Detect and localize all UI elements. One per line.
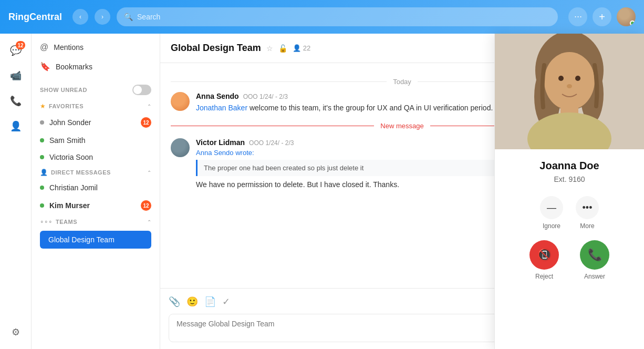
sidebar-item-christian[interactable]: Christian Jomil: [32, 179, 160, 196]
user-name-sam: Sam Smith: [49, 136, 151, 145]
svg-point-7: [558, 76, 564, 81]
favorites-chevron: ⌃: [147, 104, 151, 109]
reject-button[interactable]: 📵: [529, 240, 559, 270]
favorites-section-header[interactable]: ★ FAVORITES ⌃: [32, 99, 160, 113]
messages-badge: 12: [16, 41, 25, 49]
dm-icon: 👤: [40, 169, 48, 176]
more-label: More: [580, 222, 594, 230]
members-icon: 👤: [293, 44, 301, 52]
sidebar-item-global-design-team[interactable]: Global Design Team: [40, 231, 151, 249]
caller-photo-svg: [495, 34, 644, 149]
mention-jonathan[interactable]: Jonathan Baker: [196, 104, 247, 112]
star-channel-icon[interactable]: ☆: [266, 44, 273, 53]
ignore-button[interactable]: —: [540, 196, 563, 219]
call-main-actions: 📵 Reject 📞 Answer: [495, 236, 644, 289]
user-name-christian: Christian Jomil: [49, 183, 151, 192]
status-dot-christian: [40, 186, 44, 190]
quote-author-link[interactable]: Anna Sendo: [196, 149, 234, 157]
answer-icon: 📞: [588, 248, 602, 262]
user-name-john: John Sonder: [49, 118, 136, 127]
answer-button[interactable]: 📞: [580, 240, 609, 270]
search-icon: 🔍: [124, 13, 133, 21]
reject-icon: 📵: [537, 248, 552, 262]
nav-settings[interactable]: ⚙: [4, 321, 27, 344]
user-avatar[interactable]: [617, 7, 636, 26]
team-name-global: Global Design Team: [48, 235, 143, 244]
call-panel: Joanna Doe Ext. 9160 — Ignore ••• More: [494, 34, 644, 349]
sidebar-item-john-sonder[interactable]: John Sonder 12: [32, 113, 160, 132]
video-icon: 📹: [10, 70, 22, 81]
time-anna: OOO 1/24/ - 2/3: [243, 93, 288, 100]
author-victor: Victor Lidman: [196, 138, 245, 147]
user-name-kim: Kim Murser: [49, 201, 136, 210]
member-count: 22: [303, 44, 310, 52]
contacts-icon: 👤: [10, 120, 22, 132]
sidebar-item-bookmarks[interactable]: 🔖 Bookmarks: [32, 57, 160, 76]
attach-tool[interactable]: 📎: [169, 296, 180, 307]
show-unread-label: SHOW UNREAD: [40, 87, 87, 93]
badge-john: 12: [141, 117, 151, 128]
svg-point-9: [567, 84, 572, 88]
sidebar-item-sam-smith[interactable]: Sam Smith: [32, 132, 160, 149]
svg-point-8: [575, 76, 580, 81]
phone-icon: 📞: [10, 95, 22, 107]
more-action[interactable]: ••• More: [576, 196, 599, 230]
icon-nav: 💬 12 📹 📞 👤 ⚙: [0, 34, 32, 349]
answer-action[interactable]: 📞 Answer: [580, 240, 609, 280]
apps-button[interactable]: ⋅⋅⋅: [568, 7, 587, 26]
sidebar-item-victoria-soon[interactable]: Victoria Soon: [32, 149, 160, 166]
ignore-action[interactable]: — Ignore: [540, 196, 563, 230]
teams-section-header[interactable]: ∘∘∘ TEAMS ⌃: [32, 215, 160, 229]
nav-messages[interactable]: 💬 12: [4, 39, 27, 62]
check-tool[interactable]: ✓: [222, 296, 230, 307]
channel-name: Global Design Team: [171, 43, 261, 54]
unread-toggle[interactable]: [132, 85, 151, 95]
dm-chevron: ⌃: [147, 170, 151, 176]
nav-video[interactable]: 📹: [4, 64, 27, 87]
teams-icon: ∘∘∘: [40, 218, 53, 225]
quote-text: The proper one had been created so pls j…: [204, 164, 363, 172]
direct-messages-header[interactable]: 👤 DIRECT MESSAGES ⌃: [32, 166, 160, 179]
online-status-dot: [630, 20, 635, 26]
teams-label: TEAMS: [56, 219, 144, 225]
caller-ext: Ext. 9160: [503, 175, 636, 183]
app-logo: RingCentral: [8, 12, 62, 23]
svg-point-4: [544, 52, 595, 110]
nav-phone[interactable]: 📞: [4, 89, 27, 112]
favorites-label: FAVORITES: [49, 103, 144, 109]
avatar-victor: [171, 138, 190, 157]
caller-photo: [495, 34, 644, 149]
sidebar-item-mentions[interactable]: @ Mentions: [32, 38, 160, 57]
more-button[interactable]: •••: [576, 196, 599, 219]
ignore-icon: —: [547, 202, 556, 213]
caller-name: Joanna Doe: [503, 160, 636, 172]
status-dot-victoria: [40, 155, 44, 159]
new-message-label: New message: [380, 122, 423, 130]
search-input[interactable]: Search: [137, 13, 160, 21]
template-tool[interactable]: 📄: [204, 296, 216, 307]
sidebar: @ Mentions 🔖 Bookmarks SHOW UNREAD ★ FAV…: [32, 34, 160, 349]
main-content: Global Design Team ☆ 🔓 👤 22 👤+ 📹 ⋮ → Tod…: [160, 34, 644, 349]
more-icon: •••: [583, 202, 593, 213]
reject-action[interactable]: 📵 Reject: [529, 240, 559, 280]
caller-info: Joanna Doe Ext. 9160: [495, 149, 644, 192]
channel-members: 👤 22: [293, 44, 310, 52]
sidebar-item-kim[interactable]: Kim Murser 12: [32, 196, 160, 215]
reject-label: Reject: [535, 273, 553, 280]
ignore-label: Ignore: [543, 222, 560, 230]
search-bar[interactable]: 🔍 Search: [117, 7, 558, 26]
teams-chevron: ⌃: [147, 219, 151, 225]
nav-forward-button[interactable]: ›: [95, 9, 110, 25]
date-label-today: Today: [393, 78, 411, 86]
mentions-label: Mentions: [54, 43, 151, 52]
add-button[interactable]: +: [593, 7, 611, 26]
mentions-icon: @: [40, 43, 48, 52]
nav-back-button[interactable]: ‹: [72, 9, 88, 25]
toggle-knob: [133, 86, 142, 94]
nav-contacts[interactable]: 👤: [4, 115, 27, 138]
main-layout: 💬 12 📹 📞 👤 ⚙ @ Mentions 🔖 Bookmarks: [0, 34, 644, 349]
lock-channel-icon[interactable]: 🔓: [278, 44, 287, 53]
avatar-anna: [171, 92, 190, 111]
emoji-tool[interactable]: 🙂: [186, 296, 198, 307]
call-secondary-actions: — Ignore ••• More: [495, 192, 644, 234]
